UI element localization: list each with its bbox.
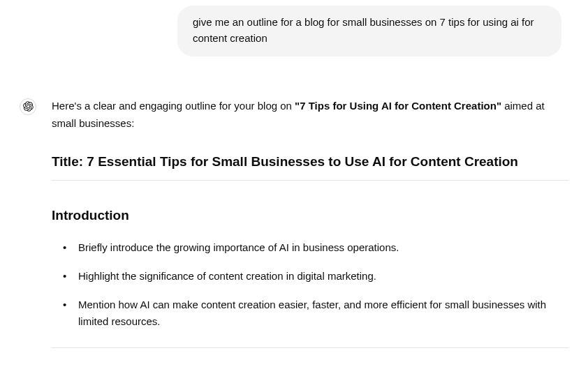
divider [52, 180, 568, 181]
divider [52, 347, 568, 348]
title-label: Title: [52, 154, 87, 169]
assistant-lead-paragraph: Here's a clear and engaging outline for … [52, 97, 568, 133]
lead-quoted-title: "7 Tips for Using AI for Content Creatio… [295, 100, 501, 112]
introduction-heading: Introduction [52, 204, 568, 227]
list-item: Highlight the significance of content cr… [59, 268, 568, 285]
user-message-bubble[interactable]: give me an outline for a blog for small … [177, 6, 561, 57]
bullet-text: Highlight the significance of content cr… [78, 270, 376, 282]
chat-page: give me an outline for a blog for small … [0, 0, 588, 376]
lead-prefix: Here's a clear and engaging outline for … [52, 100, 295, 112]
list-item: Mention how AI can make content creation… [59, 296, 568, 331]
assistant-message-row: Here's a clear and engaging outline for … [0, 97, 588, 349]
list-item: Briefly introduce the growing importance… [59, 239, 568, 257]
user-message-text: give me an outline for a blog for small … [193, 16, 534, 44]
assistant-avatar-icon [20, 98, 36, 115]
introduction-bullet-list: Briefly introduce the growing importance… [52, 239, 568, 331]
bullet-text: Mention how AI can make content creation… [78, 299, 546, 328]
openai-logo-icon [23, 101, 34, 112]
assistant-message-content: Here's a clear and engaging outline for … [52, 97, 568, 349]
bullet-text: Briefly introduce the growing importance… [78, 241, 399, 253]
outline-title-line: Title: 7 Essential Tips for Small Busine… [52, 151, 568, 173]
title-value: 7 Essential Tips for Small Businesses to… [87, 154, 518, 169]
